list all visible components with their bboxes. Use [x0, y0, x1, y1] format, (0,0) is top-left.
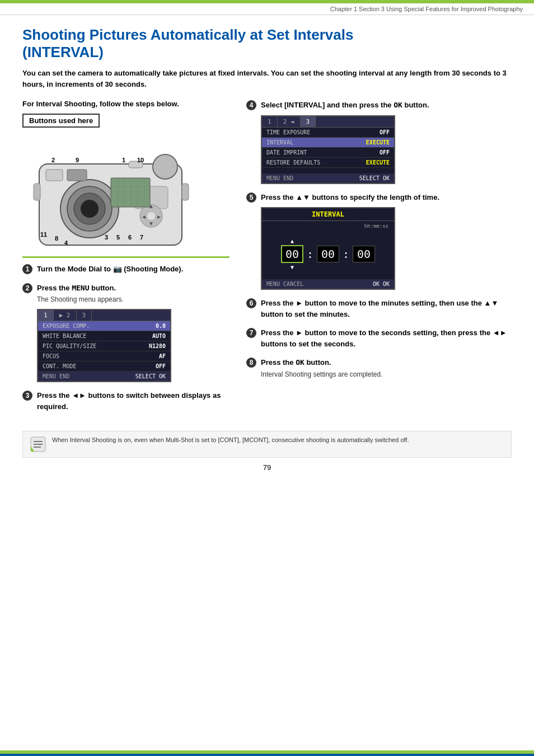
- menu-row-cont: CONT. MODEOFF: [38, 361, 170, 372]
- step-7-content: Press the ► button to move to the second…: [261, 327, 512, 349]
- step-4: 4 Select [INTERVAL] and then press the O…: [246, 100, 512, 184]
- step-5-content: Press the ▲▼ buttons to specify the leng…: [261, 192, 512, 290]
- step-5-number: 5: [246, 192, 256, 203]
- svg-text:5: 5: [116, 234, 120, 241]
- note-icon: [30, 436, 46, 453]
- menu-s2-tab-3: 3: [301, 116, 316, 127]
- svg-rect-35: [34, 184, 40, 200]
- step-6: 6 Press the ► button to move to the minu…: [246, 298, 512, 320]
- step-4-number: 4: [246, 100, 256, 110]
- svg-text:◄: ◄: [141, 214, 147, 220]
- left-column: For Interval Shooting, follow the steps …: [22, 100, 229, 420]
- menu-tab-2: ▶ 2: [54, 310, 77, 321]
- svg-text:►: ►: [156, 214, 162, 220]
- bottom-bar-blue: [0, 754, 534, 756]
- svg-point-7: [153, 154, 177, 179]
- step-3-content: Press the ◄► buttons to switch between d…: [37, 390, 229, 412]
- step-3-number: 3: [22, 391, 32, 401]
- svg-rect-5: [46, 170, 63, 181]
- page-title: Shooting Pictures Automatically at Set I…: [22, 26, 512, 61]
- hours-digit: 00: [281, 245, 303, 263]
- menu-tab-1: 1: [38, 310, 54, 321]
- right-column: 4 Select [INTERVAL] and then press the O…: [246, 100, 512, 420]
- interval-screen: INTERVAL hh:mm:ss ▲ 00 ▼: [261, 207, 395, 290]
- menu-tab-row-1: 1 ▶ 2 3: [38, 310, 170, 321]
- menu-footer-1: MENU END SELECT OK: [38, 372, 170, 381]
- seconds-digit: 00: [353, 246, 375, 262]
- step-4-content: Select [INTERVAL] and then press the OK …: [261, 100, 512, 184]
- step-2-number: 2: [22, 283, 32, 293]
- menu-s2-tab-2: 2 ◄: [278, 116, 301, 127]
- svg-rect-36: [182, 184, 189, 200]
- buttons-used-box: Buttons used here: [22, 114, 100, 128]
- minutes-digit: 00: [317, 246, 339, 262]
- separator-1: :: [307, 247, 313, 261]
- step-8-number: 8: [246, 358, 256, 368]
- step-1: 1 Turn the Mode Dial to 📷 (Shooting Mode…: [22, 264, 229, 275]
- menu-tab-row-2: 1 2 ◄ 3: [262, 116, 394, 128]
- svg-text:2: 2: [51, 157, 55, 163]
- step-1-number: 1: [22, 264, 32, 274]
- intro-text: You can set the camera to automatically …: [22, 68, 512, 90]
- step-6-content: Press the ► button to move to the minute…: [261, 298, 512, 320]
- svg-rect-16: [111, 178, 150, 207]
- menu-screen-1: 1 ▶ 2 3 EXPOSURE COMP.0.0 WHITE BALANCEA…: [37, 309, 171, 382]
- menu-row-quality: PIC QUALITY/SIZEN1280: [38, 341, 170, 351]
- separator-line: [22, 256, 229, 258]
- svg-text:7: 7: [140, 234, 143, 241]
- note-box: When Interval Shooting is on, even when …: [22, 431, 512, 458]
- interval-footer: MENU CANCEL OK OK: [262, 279, 394, 289]
- menu-screen-2: 1 2 ◄ 3 TIME EXPOSUREOFF INTERVALEXECUTE…: [261, 115, 395, 184]
- step-7-number: 7: [246, 328, 256, 338]
- bottom-bars: [0, 750, 534, 756]
- svg-text:11: 11: [40, 231, 47, 238]
- menu-footer-2: MENU END SELECT OK: [262, 173, 394, 183]
- svg-rect-6: [67, 170, 87, 181]
- camera-svg: ▲ ▼ ◄ ► 1: [22, 133, 202, 251]
- step-2: 2 Press the MENU button. The Shooting me…: [22, 283, 229, 383]
- step-3: 3 Press the ◄► buttons to switch between…: [22, 390, 229, 412]
- menu-row-interval: INTERVALEXECUTE: [262, 138, 394, 148]
- menu-s2-tab-1: 1: [262, 116, 278, 127]
- step-2-content: Press the MENU button. The Shooting menu…: [37, 283, 229, 383]
- step-8-content: Press the OK button. Interval Shooting s…: [261, 357, 512, 379]
- svg-text:1: 1: [122, 157, 125, 163]
- step-8: 8 Press the OK button. Interval Shooting…: [246, 357, 512, 379]
- svg-text:9: 9: [76, 157, 79, 163]
- menu-row-wb: WHITE BALANCEAUTO: [38, 331, 170, 341]
- menu-tab-3: 3: [77, 310, 92, 321]
- menu-row-timeexp: TIME EXPOSUREOFF: [262, 128, 394, 138]
- svg-text:▼: ▼: [148, 220, 154, 227]
- separator-2: :: [343, 247, 349, 261]
- step-5: 5 Press the ▲▼ buttons to specify the le…: [246, 192, 512, 290]
- step-7: 7 Press the ► button to move to the seco…: [246, 327, 512, 349]
- svg-text:10: 10: [137, 157, 144, 163]
- note-text: When Interval Shooting is on, even when …: [52, 436, 409, 444]
- svg-text:6: 6: [128, 234, 132, 241]
- svg-point-4: [81, 200, 99, 218]
- svg-point-11: [147, 212, 156, 220]
- page-number: 79: [22, 458, 512, 477]
- svg-text:4: 4: [64, 240, 68, 246]
- menu-row-exposure: EXPOSURE COMP.0.0: [38, 321, 170, 331]
- camera-diagram: ▲ ▼ ◄ ► 1: [22, 133, 202, 251]
- step-1-content: Turn the Mode Dial to 📷 (Shooting Mode).: [37, 264, 229, 275]
- chapter-text: Chapter 1 Section 3 Using Special Featur…: [330, 6, 523, 12]
- menu-row-dateimprint: DATE IMPRINTOFF: [262, 148, 394, 158]
- chapter-bar: Chapter 1 Section 3 Using Special Featur…: [0, 3, 534, 15]
- interval-time-label: hh:mm:ss: [262, 221, 394, 229]
- svg-text:8: 8: [55, 235, 58, 242]
- svg-text:3: 3: [105, 234, 108, 241]
- menu-row-restore: RESTORE DEFAULTSEXECUTE: [262, 158, 394, 168]
- step-6-number: 6: [246, 298, 256, 308]
- steps-heading: For Interval Shooting, follow the steps …: [22, 100, 229, 108]
- interval-title: INTERVAL: [262, 208, 394, 221]
- menu-row-focus: FOCUSAF: [38, 351, 170, 361]
